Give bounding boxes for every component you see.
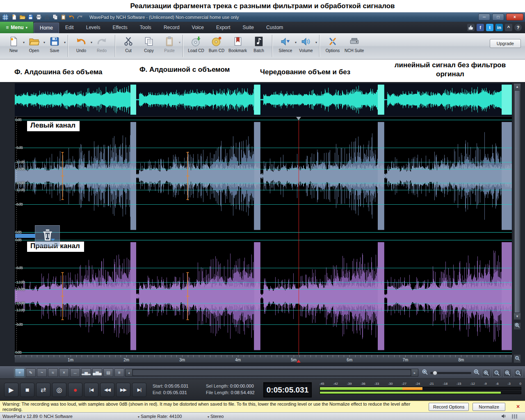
tab-voice[interactable]: Voice bbox=[186, 22, 210, 33]
horizontal-scrollbar[interactable]: ◂ ▸ bbox=[125, 369, 418, 377]
zoom-out-icon[interactable] bbox=[473, 369, 480, 377]
timeline-zoom-button[interactable] bbox=[514, 354, 521, 363]
volume-grip-icon[interactable] bbox=[512, 414, 517, 419]
undo-arrow-icon[interactable] bbox=[68, 14, 75, 21]
tab-record[interactable]: Record bbox=[158, 22, 186, 33]
tab-home[interactable]: Home bbox=[34, 23, 59, 33]
list-tool[interactable]: ≡ bbox=[114, 368, 124, 377]
normalize-tool[interactable]: ▄▆▄ bbox=[92, 368, 102, 377]
stats-tool[interactable]: ▤ bbox=[103, 368, 113, 377]
tab-export[interactable]: Export bbox=[210, 22, 237, 33]
new-file-icon[interactable] bbox=[10, 14, 18, 21]
zoom-full-button[interactable] bbox=[503, 369, 512, 377]
collapse-ribbon-icon[interactable]: ^ bbox=[505, 24, 512, 31]
tab-levels[interactable]: Levels bbox=[80, 22, 107, 33]
fast-forward-button[interactable]: ▶▶ bbox=[116, 383, 130, 397]
save-disk-icon[interactable] bbox=[27, 14, 34, 21]
timeline-ruler[interactable]: 1m2m3m4m5m6m7m8m bbox=[15, 355, 512, 363]
vertical-zoom-button[interactable] bbox=[514, 322, 521, 330]
toolbar-nch-suite-button[interactable]: NCH Suite bbox=[343, 34, 365, 58]
meter-scale-tick: -33 bbox=[374, 382, 379, 386]
menu-button[interactable]: ≡ Menu ▾ bbox=[0, 22, 34, 33]
scroll-left-icon[interactable]: ◂ bbox=[126, 369, 132, 376]
drag-selection-bar[interactable] bbox=[15, 234, 35, 238]
toolbar-open-button[interactable]: ▾Open bbox=[24, 34, 44, 58]
linkedin-icon[interactable]: in bbox=[495, 24, 503, 31]
toolbar-copy-button[interactable]: Copy bbox=[139, 34, 159, 58]
playhead-handle[interactable] bbox=[296, 117, 301, 123]
toolbar-load-cd-button[interactable]: Load CD bbox=[186, 34, 206, 58]
crossfade-tool[interactable]: × bbox=[59, 368, 69, 377]
amplify-tool[interactable]: ▂▅▂ bbox=[81, 368, 91, 377]
record-options-button[interactable]: Record Options bbox=[429, 403, 469, 411]
help-icon[interactable]: ? bbox=[514, 24, 522, 31]
redo-arrow-icon[interactable] bbox=[76, 14, 83, 21]
zoom-in-button[interactable] bbox=[482, 369, 491, 377]
cut-icon[interactable] bbox=[43, 14, 50, 21]
zoom-selection-button[interactable] bbox=[493, 369, 501, 377]
open-folder-icon[interactable] bbox=[18, 14, 26, 21]
toolbar-undo-button[interactable]: ▾Undo bbox=[71, 34, 91, 58]
rewind-button[interactable]: ◀◀ bbox=[100, 383, 114, 397]
tab-suite[interactable]: Suite bbox=[237, 22, 260, 33]
delete-drag-overlay[interactable] bbox=[35, 225, 60, 247]
draw-tool[interactable]: ✎ bbox=[26, 368, 36, 377]
like-icon[interactable] bbox=[467, 24, 475, 31]
sample-rate-dropdown[interactable]: ▾Sample Rate: 44100 bbox=[138, 414, 182, 419]
loop-button[interactable]: ⇄ bbox=[36, 383, 50, 397]
skip-to-end-button[interactable]: ▶| bbox=[132, 383, 146, 397]
clipboard-icon[interactable] bbox=[59, 14, 67, 21]
facebook-icon[interactable]: f bbox=[477, 24, 484, 31]
scroll-right-icon[interactable]: ▸ bbox=[411, 369, 418, 376]
overview-waveform[interactable] bbox=[15, 83, 512, 116]
record-button[interactable]: ● bbox=[68, 383, 82, 397]
chevron-down-icon[interactable]: ▾ bbox=[179, 41, 180, 44]
zoom-slider-knob[interactable] bbox=[433, 371, 437, 375]
warning-close-icon[interactable]: × bbox=[516, 403, 520, 410]
zoom-in-icon[interactable] bbox=[422, 369, 428, 377]
upgrade-button[interactable]: Upgrade bbox=[490, 39, 521, 48]
timeline-playhead-marker[interactable] bbox=[297, 358, 301, 363]
toolbar-bookmark-button[interactable]: Bookmark bbox=[227, 34, 249, 58]
tab-custom[interactable]: Custom bbox=[260, 22, 289, 33]
maximize-button[interactable]: □ bbox=[492, 14, 504, 21]
channel-mode-dropdown[interactable]: ▾Stereo bbox=[208, 414, 224, 419]
toolbar-options-button[interactable]: Options bbox=[322, 34, 343, 58]
toolbar-silence-button[interactable]: ▾Silence bbox=[275, 34, 296, 58]
twitter-icon[interactable]: t bbox=[486, 24, 493, 31]
chevron-down-icon[interactable]: ▾ bbox=[64, 41, 66, 44]
toolbar-burn-cd-button[interactable]: Burn CD bbox=[206, 34, 227, 58]
start-value: 0:05:05.031 bbox=[164, 383, 188, 388]
stretch-tool[interactable]: ↔ bbox=[70, 368, 80, 377]
zoom-out-button[interactable] bbox=[514, 369, 523, 377]
tab-edit[interactable]: Edit bbox=[59, 22, 80, 33]
add-marker-tool[interactable]: + bbox=[15, 368, 25, 377]
stop-button[interactable]: ■ bbox=[20, 383, 34, 397]
zoom-slider[interactable] bbox=[430, 372, 471, 374]
minimize-button[interactable]: ─ bbox=[478, 14, 490, 21]
record-monitor-button[interactable]: ◎ bbox=[52, 383, 66, 397]
tab-tools[interactable]: Tools bbox=[134, 22, 158, 33]
vertical-scrollbar-thumb[interactable] bbox=[514, 90, 520, 313]
print-icon[interactable] bbox=[35, 14, 42, 21]
play-button[interactable]: ▶ bbox=[4, 383, 18, 397]
horizontal-scrollbar-thumb[interactable] bbox=[133, 370, 411, 375]
chevron-down-icon[interactable]: ▾ bbox=[315, 41, 317, 44]
toolbar-cut-button[interactable]: Cut bbox=[118, 34, 139, 58]
skip-to-start-button[interactable]: |◀ bbox=[84, 383, 98, 397]
toolbar-save-button[interactable]: ▾Save bbox=[44, 34, 65, 58]
close-button[interactable]: × bbox=[506, 14, 523, 21]
scroll-down-icon[interactable]: ▼ bbox=[514, 313, 520, 320]
toolbar-batch-button[interactable]: Batch bbox=[249, 34, 269, 58]
scroll-up-icon[interactable]: ▲ bbox=[514, 84, 520, 90]
tab-effects[interactable]: Effects bbox=[106, 22, 133, 33]
main-waveform[interactable] bbox=[15, 117, 512, 355]
copy-icon[interactable] bbox=[51, 14, 59, 21]
toolbar-volume-button[interactable]: ▾Volume bbox=[296, 34, 316, 58]
envelope-tool[interactable]: ≈ bbox=[48, 368, 58, 377]
vertical-scrollbar[interactable]: ▲ ▼ bbox=[514, 83, 521, 320]
smooth-tool[interactable]: ~ bbox=[37, 368, 47, 377]
normalize-button[interactable]: Normalize bbox=[472, 403, 505, 411]
toolbar-new-button[interactable]: ▾New bbox=[3, 34, 24, 58]
speaker-icon[interactable] bbox=[501, 413, 507, 420]
